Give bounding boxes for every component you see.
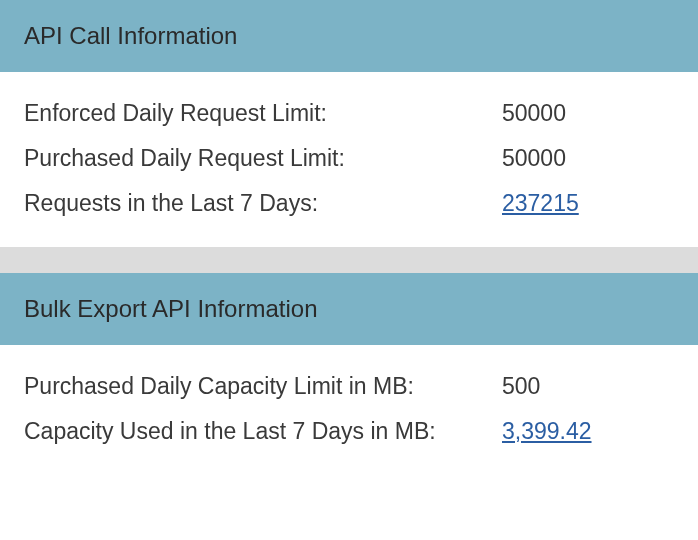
section-header-bulk-export: Bulk Export API Information xyxy=(0,273,698,345)
section-body-api-call: Enforced Daily Request Limit: 50000 Purc… xyxy=(0,72,698,247)
section-body-bulk-export: Purchased Daily Capacity Limit in MB: 50… xyxy=(0,345,698,475)
label-purchased-limit: Purchased Daily Request Limit: xyxy=(24,145,502,172)
section-header-api-call: API Call Information xyxy=(0,0,698,72)
section-divider xyxy=(0,247,698,273)
row-requests-7days: Requests in the Last 7 Days: 237215 xyxy=(24,190,674,217)
row-capacity-limit: Purchased Daily Capacity Limit in MB: 50… xyxy=(24,373,674,400)
row-enforced-limit: Enforced Daily Request Limit: 50000 xyxy=(24,100,674,127)
value-enforced-limit: 50000 xyxy=(502,100,566,127)
api-call-section: API Call Information Enforced Daily Requ… xyxy=(0,0,698,247)
row-capacity-used: Capacity Used in the Last 7 Days in MB: … xyxy=(24,418,674,445)
label-capacity-limit: Purchased Daily Capacity Limit in MB: xyxy=(24,373,502,400)
label-requests-7days: Requests in the Last 7 Days: xyxy=(24,190,502,217)
label-enforced-limit: Enforced Daily Request Limit: xyxy=(24,100,502,127)
row-purchased-limit: Purchased Daily Request Limit: 50000 xyxy=(24,145,674,172)
value-purchased-limit: 50000 xyxy=(502,145,566,172)
bulk-export-section: Bulk Export API Information Purchased Da… xyxy=(0,273,698,475)
link-requests-7days[interactable]: 237215 xyxy=(502,190,579,217)
link-capacity-used[interactable]: 3,399.42 xyxy=(502,418,592,445)
value-capacity-limit: 500 xyxy=(502,373,540,400)
label-capacity-used: Capacity Used in the Last 7 Days in MB: xyxy=(24,418,502,445)
